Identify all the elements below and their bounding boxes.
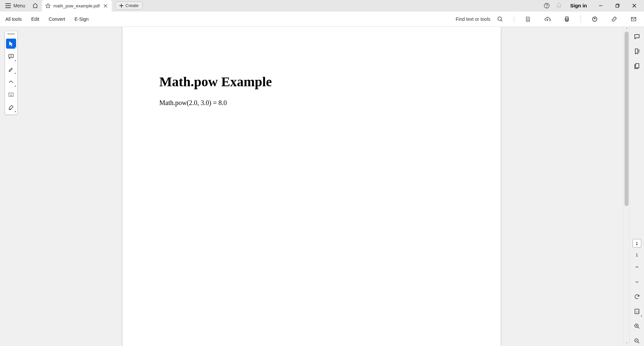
all-tools-menu[interactable]: All tools xyxy=(5,15,22,23)
main-toolbar: All tools Edit Convert E-Sign Find text … xyxy=(0,11,644,27)
rotate-button[interactable] xyxy=(632,292,642,302)
help-icon xyxy=(544,3,550,9)
scroll-down-button[interactable]: ˅ xyxy=(624,341,630,346)
zoom-out-icon xyxy=(634,338,640,344)
rotate-icon xyxy=(634,294,640,300)
tab-close-button[interactable] xyxy=(102,3,108,9)
zoom-out-button[interactable] xyxy=(632,336,642,346)
speech-bubble-icon xyxy=(634,33,640,40)
window-minimize-button[interactable] xyxy=(593,0,608,11)
pages-icon xyxy=(634,63,640,69)
print-icon xyxy=(564,16,570,22)
svg-rect-5 xyxy=(527,19,529,21)
create-label: Create xyxy=(125,3,139,8)
total-pages: 1 xyxy=(636,252,638,257)
share-link-button[interactable] xyxy=(608,13,620,25)
scroll-up-button[interactable]: ˄ xyxy=(624,27,630,32)
bell-icon xyxy=(556,3,562,9)
next-page-button[interactable] xyxy=(632,277,642,287)
plus-icon xyxy=(119,4,123,8)
edit-menu[interactable]: Edit xyxy=(31,15,40,23)
svg-point-4 xyxy=(498,17,501,20)
svg-marker-0 xyxy=(46,3,50,8)
thumbnails-panel-button[interactable] xyxy=(632,61,642,71)
notifications-button[interactable] xyxy=(553,1,564,10)
document-viewport[interactable]: Math.pow Example Math.pow(2.0, 3.0) = 8.… xyxy=(0,27,623,346)
upload-button[interactable] xyxy=(542,13,553,25)
save-icon xyxy=(525,16,531,22)
svg-rect-13 xyxy=(635,64,639,68)
workspace: A Math.pow Example Math.pow(2.0, 3.0) = … xyxy=(0,27,644,346)
separator xyxy=(514,15,514,23)
pdf-page: Math.pow Example Math.pow(2.0, 3.0) = 8.… xyxy=(122,27,501,346)
find-label: Find text or tools xyxy=(456,16,491,22)
tab-title: math_pow_example.pdf xyxy=(53,3,100,8)
zoom-in-icon xyxy=(634,323,640,329)
current-page-value: 1 xyxy=(636,241,638,246)
dropdown-corner-icon xyxy=(641,315,642,316)
menu-button[interactable]: Menu xyxy=(2,2,29,10)
current-page-input[interactable]: 1 xyxy=(633,239,641,248)
sparkle-icon xyxy=(591,16,598,22)
sign-in-label: Sign in xyxy=(570,3,587,8)
link-icon xyxy=(611,16,618,22)
maximize-icon xyxy=(615,4,620,8)
previous-page-button[interactable] xyxy=(632,262,642,272)
ai-assistant-button[interactable] xyxy=(589,13,600,25)
chevron-down-icon: ˅ xyxy=(626,342,628,346)
separator xyxy=(581,15,581,23)
sign-in-button[interactable]: Sign in xyxy=(566,3,592,8)
svg-point-2 xyxy=(546,7,547,7)
close-icon xyxy=(104,4,107,8)
search-icon xyxy=(497,16,503,22)
convert-menu[interactable]: Convert xyxy=(48,15,66,23)
title-bar: Menu math_pow_example.pdf Create xyxy=(0,0,644,11)
esign-menu[interactable]: E-Sign xyxy=(74,15,89,23)
chevron-up-icon xyxy=(635,265,639,269)
window-close-button[interactable] xyxy=(627,0,642,11)
comments-panel-button[interactable] xyxy=(632,32,642,42)
home-button[interactable] xyxy=(30,1,41,10)
document-tab[interactable]: math_pow_example.pdf xyxy=(42,0,112,11)
bookmarks-panel-button[interactable] xyxy=(632,46,642,56)
hamburger-icon xyxy=(5,3,11,8)
save-button[interactable] xyxy=(522,13,534,25)
document-body-text: Math.pow(2.0, 3.0) = 8.0 xyxy=(159,99,464,107)
mail-icon xyxy=(630,16,637,22)
home-icon xyxy=(32,3,38,9)
right-quick-panel: 1 1 1:1 xyxy=(629,27,644,346)
scroll-thumb[interactable] xyxy=(625,32,629,206)
star-icon[interactable] xyxy=(45,3,51,8)
create-button[interactable]: Create xyxy=(115,1,143,10)
share-email-button[interactable] xyxy=(628,13,639,25)
page-display-button[interactable]: 1:1 xyxy=(632,306,642,316)
cloud-upload-icon xyxy=(544,16,551,22)
bookmark-icon xyxy=(634,48,640,55)
minimize-icon xyxy=(599,4,603,8)
find-button[interactable] xyxy=(494,13,506,25)
page-display-icon: 1:1 xyxy=(634,308,640,314)
zoom-in-button[interactable] xyxy=(632,321,642,331)
window-maximize-button[interactable] xyxy=(610,0,625,11)
close-icon xyxy=(632,4,636,8)
print-button[interactable] xyxy=(561,13,573,25)
menu-label: Menu xyxy=(13,3,25,8)
svg-rect-3 xyxy=(616,5,619,7)
svg-text:1:1: 1:1 xyxy=(636,311,639,313)
help-button[interactable] xyxy=(541,1,552,10)
document-heading: Math.pow Example xyxy=(159,74,464,90)
vertical-scrollbar[interactable]: ˄ ˅ xyxy=(623,27,629,346)
chevron-up-icon: ˄ xyxy=(626,28,628,31)
chevron-down-icon xyxy=(635,280,639,284)
